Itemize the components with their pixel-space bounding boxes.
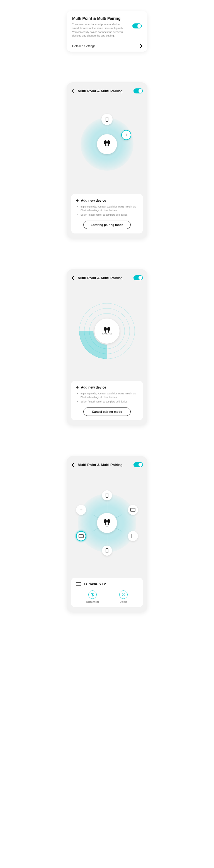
earbud-left-icon [104,140,107,144]
selected-device-panel: LG webOS TV Disconnect [71,578,143,607]
page-title: Multi Point & Multi Pairing [78,89,131,93]
add-device-node[interactable]: + [76,505,86,515]
add-device-panel: + Add new device In paring mode, you can… [71,381,143,420]
multi-device-diagram: i + [71,472,143,574]
device-name-label: TONE-T90 [102,333,113,335]
device-node-tv[interactable] [128,505,138,515]
add-device-instructions: In paring mode, you can search for TONE … [76,392,138,404]
plus-icon: + [76,385,79,390]
info-icon[interactable]: i [106,524,108,527]
instruction-item: In paring mode, you can search for TONE … [80,392,138,399]
disconnect-label: Disconnect [86,600,99,603]
multipoint-toggle[interactable] [132,24,142,28]
delete-button[interactable]: Delete [119,590,128,603]
bluetooth-off-icon [88,590,97,599]
summary-card: Multi Point & Multi Pairing You can conn… [67,11,147,52]
summary-description: You can connect a smartphone and other s… [72,22,125,38]
device-node-tv-selected[interactable] [76,531,86,541]
multipoint-toggle[interactable] [134,88,143,93]
pairing-diagram: i + [71,98,143,190]
phone-icon [106,493,108,498]
page-title: Multi Point & Multi Pairing [78,276,131,280]
info-icon[interactable]: i [106,145,108,148]
screen-initial: Multi Point & Multi Pairing i + [67,82,147,239]
plus-icon: + [125,132,128,137]
add-device-instructions: In paring mode, you can search for TONE … [76,205,138,217]
instruction-item: Select (model name) to complete add devi… [80,400,138,404]
multipoint-toggle[interactable] [134,275,143,280]
cancel-pairing-button[interactable]: Cancel pairing mode [83,407,131,416]
back-icon[interactable] [71,276,75,280]
multipoint-toggle[interactable] [134,462,143,467]
summary-title: Multi Point & Multi Pairing [72,16,142,21]
detailed-settings-row[interactable]: Detailed Settings [72,41,142,48]
earbud-right-icon [107,519,110,523]
enter-pairing-button[interactable]: Entering pairing mode [83,221,131,229]
tv-icon [131,508,135,512]
earbuds-hub[interactable]: i [97,513,117,533]
earbud-left-icon [104,327,107,331]
add-device-title: + Add new device [76,198,138,203]
detailed-settings-label: Detailed Settings [72,44,95,48]
add-device-title-text: Add new device [81,198,106,203]
screen-connected: Multi Point & Multi Pairing i [67,456,147,612]
selected-device-title: LG webOS TV [76,582,138,586]
back-icon[interactable] [71,462,75,467]
add-device-title-text: Add new device [81,385,106,390]
earbuds-hub[interactable]: i [97,134,117,154]
add-device-node[interactable]: + [121,130,131,140]
phone-icon [106,117,108,122]
screen-pairing: Multi Point & Multi Pairing TONE-T90 [67,269,147,425]
plus-icon: + [76,198,79,203]
phone-icon [132,534,134,538]
instruction-item: In paring mode, you can search for TONE … [80,205,138,212]
device-node-phone[interactable] [102,546,112,556]
disconnect-button[interactable]: Disconnect [86,590,99,603]
tv-icon [79,534,83,538]
unlink-icon [119,590,128,599]
add-device-panel: + Add new device In paring mode, you can… [71,194,143,234]
page-title: Multi Point & Multi Pairing [78,463,131,467]
earbud-left-icon [104,519,107,523]
tv-icon [76,582,81,586]
phone-icon [106,548,108,553]
back-icon[interactable] [71,89,75,93]
radar-diagram: TONE-T90 [71,285,143,377]
earbud-right-icon [107,140,110,144]
selected-device-name: LG webOS TV [84,582,106,586]
earbud-right-icon [107,327,110,331]
instruction-item: Select (model name) to complete add devi… [80,213,138,217]
chevron-right-icon [139,44,142,48]
device-node-phone[interactable] [102,490,112,500]
add-device-title: + Add new device [76,385,138,390]
earbuds-hub[interactable]: TONE-T90 [95,318,119,344]
device-node-phone[interactable] [128,531,138,541]
plus-icon: + [80,507,83,513]
device-node-phone[interactable] [101,114,113,125]
delete-label: Delete [120,600,127,603]
